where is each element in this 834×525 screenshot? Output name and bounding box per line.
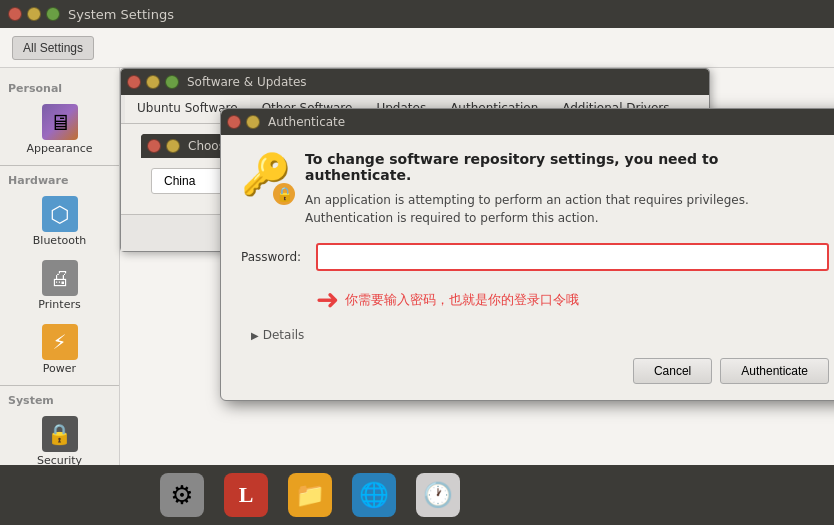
- taskbar-clock-icon[interactable]: 🕐: [416, 473, 460, 517]
- power-icon: ⚡: [42, 324, 78, 360]
- power-label: Power: [43, 362, 76, 375]
- security-icon: 🔒: [42, 416, 78, 452]
- sidebar-divider: [0, 165, 119, 166]
- auth-titlebar: Authenticate: [221, 109, 834, 135]
- details-arrow-icon: ▶: [251, 330, 259, 341]
- printers-icon: 🖨: [42, 260, 78, 296]
- auth-sub-text2: Authentication is required to perform th…: [305, 209, 829, 227]
- sidebar-item-power[interactable]: ⚡ Power: [4, 318, 115, 381]
- sidebar-item-printers[interactable]: 🖨 Printers: [4, 254, 115, 317]
- appearance-icon: [42, 104, 78, 140]
- all-settings-button[interactable]: All Settings: [12, 36, 94, 60]
- sw-titlebar: Software & Updates: [121, 69, 709, 95]
- taskbar-files-icon[interactable]: 📁: [288, 473, 332, 517]
- auth-details-row[interactable]: ▶ Details: [241, 328, 829, 342]
- hint-arrow-icon: ➜: [316, 283, 339, 316]
- sidebar: Personal Appearance Hardware ⬡ Bluetooth…: [0, 68, 120, 525]
- auth-controls: [227, 115, 260, 129]
- sidebar-item-appearance[interactable]: Appearance: [4, 98, 115, 161]
- lock-badge-icon: 🔒: [273, 183, 295, 205]
- auth-authenticate-button[interactable]: Authenticate: [720, 358, 829, 384]
- main-area: Software & Updates Ubuntu Software Other…: [120, 68, 834, 525]
- taskbar: ⚙ L 📁 🌐 🕐: [0, 465, 834, 525]
- sidebar-section-hardware: Hardware: [0, 170, 119, 189]
- ds-controls: [147, 139, 180, 153]
- auth-password-row: Password:: [241, 243, 829, 271]
- system-settings-window: System Settings All Settings Personal Ap…: [0, 0, 834, 525]
- password-label: Password:: [241, 250, 306, 264]
- toolbar: All Settings: [0, 28, 834, 68]
- details-label[interactable]: Details: [263, 328, 305, 342]
- sw-close-button[interactable]: [127, 75, 141, 89]
- bluetooth-label: Bluetooth: [33, 234, 86, 247]
- auth-cancel-button[interactable]: Cancel: [633, 358, 712, 384]
- auth-min-button[interactable]: [246, 115, 260, 129]
- auth-icon-area: 🔑 🔒: [241, 151, 293, 203]
- authenticate-dialog: Authenticate 🔑 🔒 To change software repo…: [220, 108, 834, 401]
- hint-text: 你需要输入密码，也就是你的登录口令哦: [345, 291, 579, 309]
- close-button[interactable]: [8, 7, 22, 21]
- minimize-button[interactable]: [27, 7, 41, 21]
- taskbar-gear-icon[interactable]: ⚙: [160, 473, 204, 517]
- auth-text-area: To change software repository settings, …: [305, 151, 829, 227]
- taskbar-network-icon[interactable]: 🌐: [352, 473, 396, 517]
- sw-min-button[interactable]: [146, 75, 160, 89]
- taskbar-l-icon[interactable]: L: [224, 473, 268, 517]
- maximize-button[interactable]: [46, 7, 60, 21]
- auth-body: 🔑 🔒 To change software repository settin…: [221, 135, 834, 400]
- auth-sub-text1: An application is attempting to perform …: [305, 191, 829, 209]
- auth-main-text: To change software repository settings, …: [305, 151, 829, 183]
- bluetooth-icon: ⬡: [42, 196, 78, 232]
- window-controls: [8, 7, 60, 21]
- window-title: System Settings: [68, 7, 174, 22]
- auth-hint-row: ➜ 你需要输入密码，也就是你的登录口令哦: [241, 283, 829, 316]
- sidebar-item-bluetooth[interactable]: ⬡ Bluetooth: [4, 190, 115, 253]
- sw-window-controls: [127, 75, 179, 89]
- content-area: Personal Appearance Hardware ⬡ Bluetooth…: [0, 68, 834, 525]
- sidebar-section-personal: Personal: [0, 78, 119, 97]
- sidebar-item-security[interactable]: 🔒 Security: [4, 410, 115, 473]
- ds-close-button[interactable]: [147, 139, 161, 153]
- auth-header-row: 🔑 🔒 To change software repository settin…: [241, 151, 829, 227]
- printers-label: Printers: [38, 298, 80, 311]
- password-input[interactable]: [316, 243, 829, 271]
- appearance-label: Appearance: [26, 142, 92, 155]
- sw-title: Software & Updates: [187, 75, 307, 89]
- auth-close-button[interactable]: [227, 115, 241, 129]
- auth-title: Authenticate: [268, 115, 345, 129]
- sw-max-button[interactable]: [165, 75, 179, 89]
- sidebar-divider2: [0, 385, 119, 386]
- auth-buttons: Cancel Authenticate: [241, 358, 829, 384]
- titlebar: System Settings: [0, 0, 834, 28]
- sidebar-section-system: System: [0, 390, 119, 409]
- ds-min-button[interactable]: [166, 139, 180, 153]
